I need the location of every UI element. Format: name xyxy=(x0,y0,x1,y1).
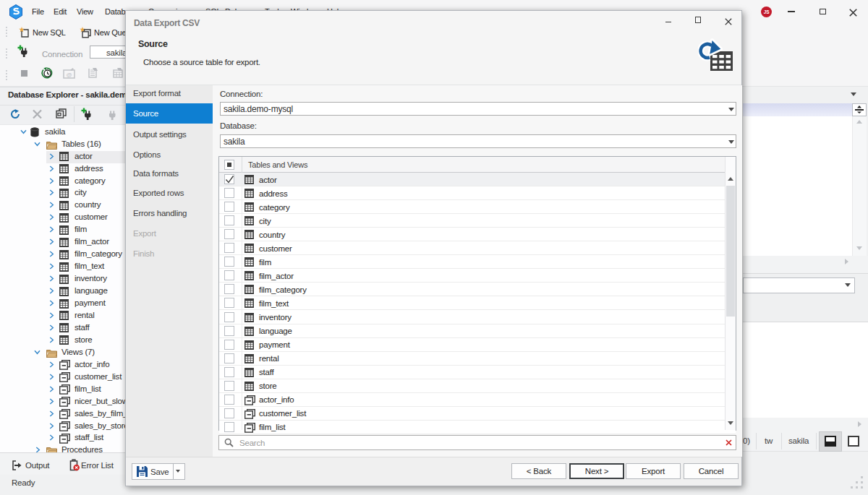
svg-text:@: @ xyxy=(67,72,72,78)
